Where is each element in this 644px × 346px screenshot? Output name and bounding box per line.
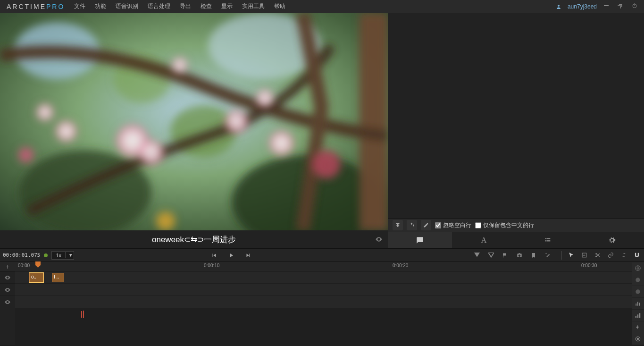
svg-point-0 — [558, 5, 560, 7]
magnet-tool[interactable] — [633, 251, 641, 260]
svg-rect-33 — [637, 314, 638, 318]
svg-point-24 — [595, 256, 597, 257]
menu-speech[interactable]: 语音识别 — [111, 0, 143, 13]
swap-tool[interactable] — [619, 251, 628, 260]
svg-rect-4 — [0, 13, 388, 230]
wand-button[interactable] — [544, 251, 552, 260]
right-tabbar: A — [388, 232, 644, 248]
clip-1[interactable]: o.. — [29, 273, 43, 282]
status-dot — [44, 253, 48, 257]
svg-point-5 — [14, 22, 99, 79]
skip-blank-label: 忽略空白行 — [443, 221, 471, 229]
svg-point-2 — [633, 4, 636, 8]
menu-help[interactable]: 帮助 — [269, 0, 290, 13]
rt-levels-button[interactable] — [632, 298, 644, 310]
track2-visibility[interactable] — [0, 284, 15, 296]
mark-out-button[interactable] — [487, 251, 495, 260]
mark-in-button[interactable] — [473, 251, 481, 260]
username[interactable]: aun7yj3eed — [568, 3, 597, 10]
edit-tool[interactable] — [580, 251, 588, 260]
rt-circle-button[interactable] — [632, 274, 644, 286]
track-2[interactable] — [15, 284, 644, 296]
speed-selector[interactable]: 1x ▾ — [51, 251, 74, 260]
svg-point-28 — [636, 289, 640, 294]
svg-rect-34 — [639, 313, 640, 318]
rt-globe-button[interactable] — [632, 262, 644, 274]
svg-point-35 — [636, 337, 640, 341]
cut-tool[interactable] — [593, 251, 602, 260]
speed-value: 1x — [52, 253, 65, 258]
right-tool-strip — [632, 262, 644, 345]
menu-check[interactable]: 检查 — [196, 0, 217, 13]
skip-blank-checkbox[interactable]: 忽略空白行 — [435, 221, 471, 229]
tab-style[interactable]: A — [452, 232, 516, 248]
menu-language[interactable]: 语言处理 — [143, 0, 175, 13]
menu-display[interactable]: 显示 — [217, 0, 237, 13]
app-logo: ARCTIMEPRO — [2, 3, 69, 10]
svg-point-21 — [18, 147, 33, 162]
menu-function[interactable]: 功能 — [90, 0, 111, 13]
svg-point-15 — [36, 104, 53, 121]
speed-dropdown-icon[interactable]: ▾ — [65, 252, 74, 258]
tracks-area[interactable]: o.. I .. — [15, 271, 644, 346]
chinese-only-checkbox[interactable]: 仅保留包含中文的行 — [475, 221, 534, 229]
main-area: oneweek⊂⇆⊃一周进步 忽略空白行 仅保留包含中文的行 A — [0, 13, 644, 248]
track1-visibility[interactable] — [0, 271, 15, 284]
chinese-only-label: 仅保留包含中文的行 — [483, 221, 534, 229]
svg-point-7 — [19, 150, 151, 230]
preview-column: oneweek⊂⇆⊃一周进步 — [0, 13, 388, 248]
edit-button[interactable] — [421, 220, 431, 230]
add-track-button[interactable]: + — [0, 263, 15, 270]
rt-flash-button[interactable] — [632, 321, 644, 333]
audio-track[interactable] — [15, 308, 644, 346]
track3-visibility[interactable] — [0, 296, 15, 308]
subtitle-visibility-icon[interactable] — [375, 235, 383, 244]
pointer-tool[interactable] — [567, 251, 575, 260]
rt-chart-button[interactable] — [632, 310, 644, 321]
subtitle-text: oneweek⊂⇆⊃一周进步 — [152, 234, 236, 245]
clip-2[interactable]: I .. — [52, 273, 64, 282]
tab-list[interactable] — [516, 232, 580, 248]
skip-blank-input[interactable] — [435, 222, 441, 228]
timeline-ruler[interactable]: + 00:00 0:00:10 0:00:20 0:00:30 — [0, 262, 644, 271]
menu-tools[interactable]: 实用工具 — [237, 0, 269, 13]
menu-export[interactable]: 导出 — [175, 0, 196, 13]
right-panel-content — [388, 13, 644, 218]
flag-button[interactable] — [501, 251, 510, 260]
tick-10: 0:00:10 — [204, 263, 219, 268]
svg-rect-31 — [639, 303, 640, 305]
menu-file[interactable]: 文件 — [69, 0, 90, 13]
rt-circle2-button[interactable] — [632, 286, 644, 298]
logo-text: ARCTIME — [7, 3, 46, 10]
audio-marker — [81, 311, 84, 318]
video-preview[interactable] — [0, 13, 388, 230]
undo-button[interactable] — [407, 220, 417, 230]
track-1[interactable]: o.. I .. — [15, 271, 644, 284]
track-headers — [0, 271, 15, 346]
tab-settings[interactable] — [580, 232, 644, 248]
maximize-button[interactable] — [616, 3, 625, 10]
bookmark-button[interactable] — [529, 251, 538, 260]
chinese-only-input[interactable] — [475, 222, 481, 228]
link-tool[interactable] — [606, 251, 615, 260]
menubar: ARCTIMEPRO 文件 功能 语音识别 语言处理 导出 检查 显示 实用工具… — [0, 0, 644, 13]
prev-frame-button[interactable] — [210, 251, 218, 260]
subtitle-bar: oneweek⊂⇆⊃一周进步 — [0, 230, 388, 248]
next-frame-button[interactable] — [244, 251, 252, 260]
transport-bar: 00:00:01.075 1x ▾ — [0, 248, 644, 262]
tab-comment[interactable] — [388, 232, 452, 248]
import-down-button[interactable] — [393, 220, 403, 230]
rt-target-button[interactable] — [632, 333, 644, 345]
tick-30: 0:00:30 — [581, 263, 597, 268]
user-icon[interactable] — [554, 2, 563, 11]
playhead[interactable] — [38, 271, 38, 346]
timeline: o.. I .. — [0, 271, 644, 346]
play-button[interactable] — [227, 251, 235, 260]
snapshot-button[interactable] — [515, 251, 524, 260]
right-toolbar: 忽略空白行 仅保留包含中文的行 — [388, 218, 644, 232]
track-3[interactable] — [15, 296, 644, 308]
svg-rect-29 — [636, 304, 636, 306]
power-button[interactable] — [630, 3, 639, 10]
minimize-button[interactable] — [602, 3, 611, 10]
ruler-ticks[interactable]: 00:00 0:00:10 0:00:20 0:00:30 — [15, 262, 644, 271]
